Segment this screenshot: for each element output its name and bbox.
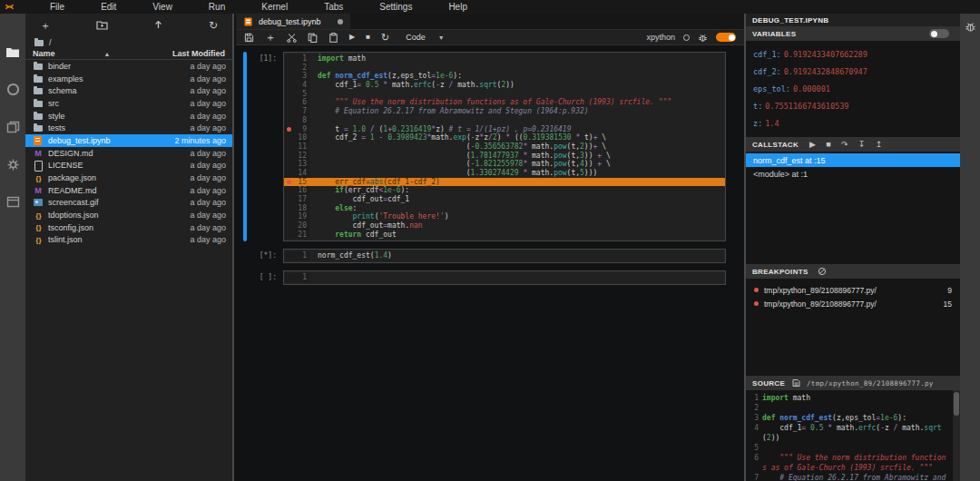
breakpoint-gutter[interactable]	[284, 212, 294, 221]
cell-editor[interactable]: 1norm_cdf_est(1.4)	[283, 249, 726, 263]
debugger-toggle[interactable]	[716, 33, 736, 42]
file-row[interactable]: examplesa day ago	[25, 73, 232, 85]
file-row[interactable]: stylea day ago	[25, 110, 232, 123]
breakpoint-gutter[interactable]	[284, 64, 294, 73]
cell-editor[interactable]: 1	[283, 270, 726, 285]
upload-icon[interactable]	[153, 20, 163, 30]
file-row[interactable]: bindera day ago	[25, 60, 232, 73]
step-in-icon[interactable]: ↧	[858, 140, 866, 149]
kernel-status-icon[interactable]	[683, 34, 690, 41]
file-row[interactable]: tslint.jsona day ago	[25, 234, 232, 247]
breakpoints-section-header[interactable]: BREAKPOINTS	[746, 264, 960, 279]
file-row[interactable]: package.jsona day ago	[25, 172, 232, 184]
property-inspector-icon[interactable]	[6, 158, 20, 172]
cell-type-dropdown[interactable]: Code ▼	[406, 33, 444, 42]
clear-breakpoints-icon[interactable]	[818, 267, 827, 276]
new-launcher-icon[interactable]: ＋	[40, 20, 51, 31]
menu-settings[interactable]: Settings	[361, 0, 430, 14]
breakpoint-gutter[interactable]	[284, 251, 294, 260]
scrollbar-thumb[interactable]	[954, 392, 959, 416]
breakpoint-row[interactable]: tmp/xpython_89/2108896777.py/15	[746, 297, 960, 310]
variable-row[interactable]: z:1.4	[746, 114, 960, 132]
file-row[interactable]: debug_test.ipynb2 minutes ago	[25, 134, 232, 147]
callstack-frame[interactable]: norm_cdf_est at :15	[746, 153, 960, 167]
breakpoint-gutter[interactable]	[284, 204, 294, 213]
file-row[interactable]: README.mda day ago	[25, 184, 232, 197]
callstack-frame[interactable]: <module> at :1	[746, 167, 960, 181]
menu-kernel[interactable]: Kernel	[243, 0, 306, 14]
breakpoint-gutter[interactable]	[284, 160, 294, 169]
breakpoint-gutter[interactable]	[284, 231, 294, 240]
notebook-cell[interactable]: [ ]:1	[243, 270, 726, 285]
breakpoint-gutter[interactable]	[284, 72, 294, 81]
breakpoint-gutter[interactable]	[284, 125, 294, 134]
file-row[interactable]: screencast.gifa day ago	[25, 197, 232, 210]
run-icon[interactable]: ▶	[349, 33, 355, 42]
terminate-icon[interactable]: ■	[826, 140, 831, 149]
restart-kernel-icon[interactable]: ↻	[381, 33, 389, 42]
breakpoint-gutter[interactable]	[284, 273, 294, 282]
notebook-cell[interactable]: [*]:1norm_cdf_est(1.4)	[243, 249, 726, 263]
paste-icon[interactable]	[328, 33, 338, 43]
column-name[interactable]: Name	[33, 49, 55, 58]
file-row[interactable]: DESIGN.mda day ago	[25, 147, 232, 160]
variable-row[interactable]: eps_tol:0.000001	[746, 80, 960, 97]
file-row[interactable]: tsconfig.jsona day ago	[25, 221, 232, 234]
cut-icon[interactable]	[287, 33, 297, 43]
column-last-modified[interactable]: Last Modified	[172, 49, 225, 58]
file-row[interactable]: schemaa day ago	[25, 84, 232, 97]
breadcrumb[interactable]: /	[25, 36, 232, 48]
menu-view[interactable]: View	[134, 0, 191, 14]
breakpoint-gutter[interactable]	[284, 90, 294, 99]
refresh-icon[interactable]: ↻	[209, 20, 218, 31]
breadcrumb-root[interactable]: /	[49, 38, 52, 47]
step-over-icon[interactable]: ↷	[841, 140, 848, 149]
unsaved-changes-icon[interactable]	[338, 19, 343, 25]
variable-row[interactable]: t:0.7551166743610539	[746, 97, 960, 114]
breakpoint-gutter[interactable]	[284, 116, 294, 125]
tab-debug-test[interactable]: debug_test.ipynb	[236, 14, 350, 29]
breakpoint-gutter[interactable]	[284, 195, 294, 204]
breakpoint-gutter[interactable]	[284, 54, 294, 64]
breakpoint-gutter[interactable]	[284, 81, 294, 90]
breakpoint-gutter[interactable]	[284, 186, 294, 195]
step-out-icon[interactable]: ↥	[876, 140, 883, 149]
menu-help[interactable]: Help	[430, 0, 485, 14]
add-cell-icon[interactable]: ＋	[265, 33, 276, 42]
file-row[interactable]: srca day ago	[25, 97, 232, 110]
breakpoint-gutter[interactable]	[284, 133, 294, 142]
stop-icon[interactable]: ■	[366, 33, 370, 42]
variable-row[interactable]: cdf_1:0.9192433407662289	[746, 45, 960, 63]
breakpoint-gutter[interactable]	[284, 98, 294, 107]
debugger-tab-icon[interactable]	[965, 21, 976, 481]
file-row[interactable]: testsa day ago	[25, 122, 232, 134]
menu-tabs[interactable]: Tabs	[306, 0, 361, 14]
source-scrollbar[interactable]	[953, 390, 960, 481]
menu-edit[interactable]: Edit	[83, 0, 134, 14]
cell-editor[interactable]: 1import math23def norm_cdf_est(z,eps_tol…	[283, 52, 726, 241]
variables-view-toggle[interactable]	[929, 29, 949, 38]
file-row[interactable]: tdoptions.jsona day ago	[25, 209, 232, 221]
kernel-name[interactable]: xpython	[646, 33, 675, 42]
breakpoint-row[interactable]: tmp/xpython_89/2108896777.py/9	[746, 283, 960, 297]
copy-icon[interactable]	[308, 33, 318, 43]
menu-file[interactable]: File	[32, 0, 83, 14]
breakpoint-gutter[interactable]	[284, 221, 294, 231]
new-folder-icon[interactable]	[96, 20, 108, 30]
open-tabs-icon[interactable]	[6, 196, 20, 208]
breakpoint-gutter[interactable]	[284, 152, 294, 161]
save-icon[interactable]	[244, 33, 254, 43]
notebook-cell[interactable]: [1]:1import math23def norm_cdf_est(z,eps…	[243, 52, 726, 241]
continue-icon[interactable]: ▶	[809, 140, 816, 149]
running-sessions-icon[interactable]	[6, 83, 20, 96]
menu-run[interactable]: Run	[191, 0, 243, 14]
file-row[interactable]: LICENSEa day ago	[25, 160, 232, 172]
command-palette-icon[interactable]	[6, 121, 20, 133]
breakpoint-gutter[interactable]	[284, 169, 294, 178]
callstack-section-header[interactable]: CALLSTACK ▶ ■ ↷ ↧ ↥	[746, 137, 960, 152]
breakpoint-gutter[interactable]	[284, 142, 294, 152]
file-browser-icon[interactable]	[5, 46, 20, 58]
variables-section-header[interactable]: VARIABLES	[746, 26, 960, 41]
breakpoint-gutter[interactable]	[284, 178, 294, 187]
bug-icon[interactable]	[698, 33, 708, 43]
